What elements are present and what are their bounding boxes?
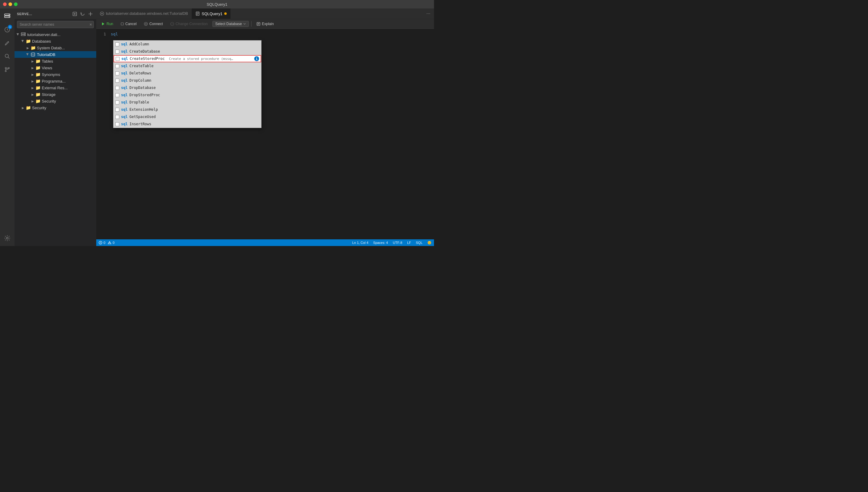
sidebar-header: SERVE... xyxy=(15,8,96,19)
tab-query-label: SQLQuery1 xyxy=(202,11,222,16)
close-button[interactable] xyxy=(3,2,7,6)
select-database-label: Select Database xyxy=(215,22,242,26)
tree-views[interactable]: ▶ 📁 Views xyxy=(15,65,96,71)
tree-external-resources[interactable]: ▶ 📁 External Res... xyxy=(15,84,96,91)
change-connection-button[interactable]: Change Connection xyxy=(168,21,210,27)
autocomplete-item[interactable]: sqlCreateDatabase xyxy=(114,48,261,55)
ac-checkbox xyxy=(115,122,119,126)
servers-activity-icon[interactable] xyxy=(2,11,13,22)
storage-arrow: ▶ xyxy=(30,92,35,97)
ac-keyword: sql xyxy=(121,42,128,46)
search-input[interactable] xyxy=(17,21,94,28)
databases-folder-icon: 📁 xyxy=(25,39,31,44)
tree-storage[interactable]: ▶ 📁 Storage xyxy=(15,91,96,98)
tree-databases[interactable]: ▶ 📁 Databases xyxy=(15,38,96,45)
title-bar: SQLQuery1 xyxy=(0,0,434,8)
minimize-button[interactable] xyxy=(8,2,12,6)
autocomplete-item[interactable]: sqlAddColumn xyxy=(114,41,261,48)
tree-server[interactable]: ▶ tutorialserver.dati... xyxy=(15,31,96,38)
ac-keyword: sql xyxy=(121,122,128,126)
databases-label: Databases xyxy=(32,39,51,44)
tree-synonyms[interactable]: ▶ 📁 Synonyms xyxy=(15,71,96,78)
settings-activity-icon[interactable] xyxy=(2,233,13,244)
feedback-icon[interactable]: 😊 xyxy=(427,241,431,245)
storage-label: Storage xyxy=(42,92,56,97)
search-clear-icon[interactable]: × xyxy=(90,22,92,27)
line-number-1: 1 xyxy=(96,31,106,37)
views-folder-icon: 📁 xyxy=(35,65,41,71)
svg-rect-20 xyxy=(121,23,123,25)
tree-programmability[interactable]: ▶ 📁 Programma... xyxy=(15,78,96,84)
tree-security-db[interactable]: ▶ 📁 Security xyxy=(15,98,96,104)
tree-tutorialdb[interactable]: ▶ TutorialDB xyxy=(15,51,96,58)
ac-checkbox xyxy=(115,86,119,90)
tab-connection[interactable]: tutorialserver.database.windows.net:Tuto… xyxy=(96,8,192,19)
ac-checkbox xyxy=(115,93,119,97)
select-database-dropdown[interactable]: Select Database xyxy=(213,21,249,27)
autocomplete-item[interactable]: sqlDropTable xyxy=(114,99,261,106)
autocomplete-item[interactable]: sqlCreateTable xyxy=(114,62,261,70)
run-button[interactable]: Run xyxy=(99,21,116,27)
connect-button[interactable]: Connect xyxy=(141,21,165,27)
autocomplete-item[interactable]: sqlDeleteRows xyxy=(114,70,261,77)
maximize-button[interactable] xyxy=(14,2,18,6)
line-ending-info: LF xyxy=(407,241,411,245)
cancel-button[interactable]: Cancel xyxy=(118,21,139,27)
tables-arrow: ▶ xyxy=(30,59,35,64)
warning-count-value: 0 xyxy=(113,241,115,245)
window-controls[interactable] xyxy=(3,2,18,6)
autocomplete-item[interactable]: sqlDropColumn xyxy=(114,77,261,84)
error-count: 0 0 xyxy=(99,241,115,245)
svg-point-9 xyxy=(6,237,8,239)
search-activity-icon2[interactable] xyxy=(2,51,13,62)
autocomplete-item[interactable]: sqlExtensionHelp xyxy=(114,106,261,113)
tables-label: Tables xyxy=(42,59,53,64)
ac-keyword: sql xyxy=(121,100,128,104)
ac-completion: DeleteRows xyxy=(129,71,151,75)
search-box: × xyxy=(17,21,94,28)
line-numbers: 1 xyxy=(96,31,108,237)
ac-keyword: sql xyxy=(121,71,128,75)
connect-label: Connect xyxy=(149,22,163,26)
tab-connection-label: tutorialserver.database.windows.net:Tuto… xyxy=(106,11,188,16)
programmability-label: Programma... xyxy=(42,79,66,83)
security-server-arrow: ▶ xyxy=(21,105,25,110)
autocomplete-item[interactable]: sqlDropStoredProc xyxy=(114,91,261,99)
history-activity-icon[interactable]: 1 xyxy=(2,24,13,35)
explain-button[interactable]: Explain xyxy=(254,21,276,27)
edit-activity-icon[interactable] xyxy=(2,38,13,48)
ac-keyword: sql xyxy=(121,115,128,119)
tree-tables[interactable]: ▶ 📁 Tables xyxy=(15,58,96,65)
ac-checkbox xyxy=(115,115,119,119)
change-connection-label: Change Connection xyxy=(176,22,207,26)
tree-system-db[interactable]: ▶ 📁 System Datab... xyxy=(15,45,96,51)
tab-query[interactable]: SQLQuery1 xyxy=(192,8,231,19)
git-activity-icon[interactable] xyxy=(2,64,13,75)
autocomplete-item[interactable]: sqlInsertRows xyxy=(114,120,261,128)
ac-info-button[interactable]: i xyxy=(254,56,259,61)
run-label: Run xyxy=(106,22,113,26)
security-server-folder-icon: 📁 xyxy=(25,105,31,110)
sidebar: SERVE... × xyxy=(15,8,96,246)
views-arrow: ▶ xyxy=(30,65,35,70)
external-resources-arrow: ▶ xyxy=(30,85,35,90)
ac-checkbox xyxy=(115,79,119,82)
svg-point-25 xyxy=(100,243,100,244)
tree-security-server[interactable]: ▶ 📁 Security xyxy=(15,104,96,111)
external-resources-label: External Res... xyxy=(42,85,68,90)
autocomplete-item[interactable]: sqlGetSpaceUsed xyxy=(114,113,261,120)
ac-checkbox xyxy=(115,108,119,112)
autocomplete-item[interactable]: sqlCreateStoredProcCreate a stored proce… xyxy=(114,55,261,62)
refresh-icon[interactable] xyxy=(79,10,86,17)
ac-completion: GetSpaceUsed xyxy=(129,115,156,119)
security-server-label: Security xyxy=(32,106,46,110)
svg-rect-11 xyxy=(21,33,25,34)
new-query-icon[interactable] xyxy=(71,10,78,17)
tutorialdb-db-icon xyxy=(30,52,36,57)
autocomplete-item[interactable]: sqlDropDatabase xyxy=(114,84,261,91)
system-db-arrow: ▶ xyxy=(25,45,30,50)
sidebar-header-title: SERVE... xyxy=(17,12,70,16)
svg-point-3 xyxy=(9,17,9,17)
disconnect-icon[interactable] xyxy=(87,10,94,17)
tab-overflow-button[interactable]: ··· xyxy=(423,8,434,19)
